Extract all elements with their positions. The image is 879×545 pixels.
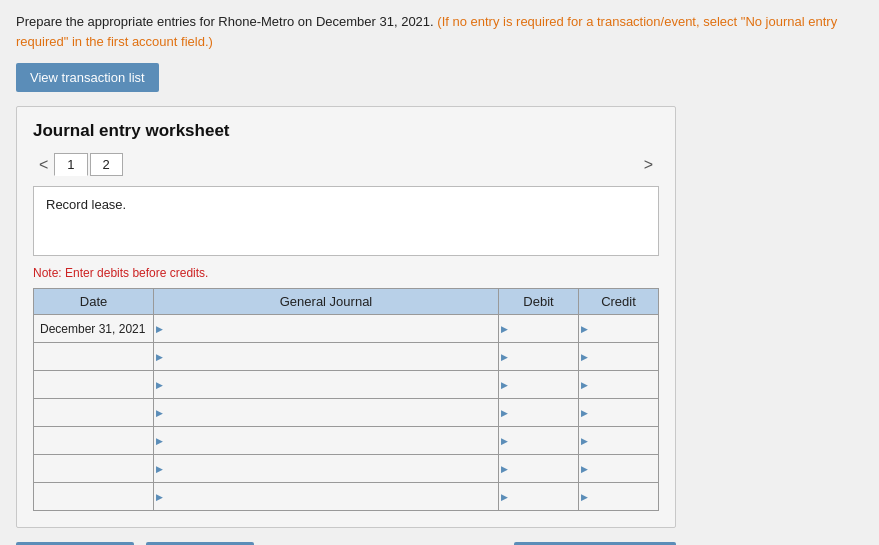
debit-cell-7[interactable]	[499, 483, 579, 511]
table-row	[34, 343, 659, 371]
credit-input-6[interactable]	[579, 455, 658, 482]
debit-input-3[interactable]	[499, 371, 578, 398]
instruction-text: Prepare the appropriate entries for Rhon…	[16, 12, 863, 51]
date-input-3[interactable]	[34, 371, 153, 398]
general-journal-cell-5[interactable]	[154, 427, 499, 455]
date-input-5[interactable]	[34, 427, 153, 454]
first-row-date: December 31, 2021	[34, 320, 151, 338]
date-input-2[interactable]	[34, 343, 153, 370]
date-cell-5[interactable]	[34, 427, 154, 455]
date-cell-3[interactable]	[34, 371, 154, 399]
general-journal-input-7[interactable]	[154, 483, 498, 510]
table-row	[34, 399, 659, 427]
credit-cell-6[interactable]	[579, 455, 659, 483]
date-cell-6[interactable]	[34, 455, 154, 483]
credit-cell-7[interactable]	[579, 483, 659, 511]
general-journal-input-5[interactable]	[154, 427, 498, 454]
general-journal-cell-4[interactable]	[154, 399, 499, 427]
debit-input-1[interactable]	[499, 315, 578, 342]
debit-cell-6[interactable]	[499, 455, 579, 483]
next-arrow[interactable]: >	[638, 154, 659, 176]
general-journal-cell-7[interactable]	[154, 483, 499, 511]
general-journal-input-2[interactable]	[154, 343, 498, 370]
general-journal-cell-3[interactable]	[154, 371, 499, 399]
col-debit: Debit	[499, 289, 579, 315]
prev-arrow[interactable]: <	[33, 154, 54, 176]
date-cell-4[interactable]	[34, 399, 154, 427]
date-input-4[interactable]	[34, 399, 153, 426]
journal-table: Date General Journal Debit Credit Decemb…	[33, 288, 659, 511]
general-journal-cell-6[interactable]	[154, 455, 499, 483]
col-general-journal: General Journal	[154, 289, 499, 315]
debit-input-5[interactable]	[499, 427, 578, 454]
tab-navigation: < 1 2 >	[33, 153, 659, 176]
worksheet-title: Journal entry worksheet	[33, 121, 659, 141]
instruction-main: Prepare the appropriate entries for Rhon…	[16, 14, 437, 29]
table-row	[34, 483, 659, 511]
credit-cell-5[interactable]	[579, 427, 659, 455]
worksheet-container: Journal entry worksheet < 1 2 > Record l…	[16, 106, 676, 528]
debit-input-7[interactable]	[499, 483, 578, 510]
general-journal-cell-2[interactable]	[154, 343, 499, 371]
general-journal-input-4[interactable]	[154, 399, 498, 426]
date-input-6[interactable]	[34, 455, 153, 482]
debit-cell-4[interactable]	[499, 399, 579, 427]
credit-input-5[interactable]	[579, 427, 658, 454]
debit-input-2[interactable]	[499, 343, 578, 370]
tab-1[interactable]: 1	[54, 153, 87, 176]
general-journal-cell-1[interactable]	[154, 315, 499, 343]
tab-2[interactable]: 2	[90, 153, 123, 176]
view-transaction-button[interactable]: View transaction list	[16, 63, 159, 92]
credit-input-3[interactable]	[579, 371, 658, 398]
debit-input-4[interactable]	[499, 399, 578, 426]
date-cell-1: December 31, 2021	[34, 315, 154, 343]
table-row	[34, 427, 659, 455]
debit-cell-2[interactable]	[499, 343, 579, 371]
credit-cell-4[interactable]	[579, 399, 659, 427]
credit-input-2[interactable]	[579, 343, 658, 370]
date-cell-7[interactable]	[34, 483, 154, 511]
table-row	[34, 371, 659, 399]
description-box: Record lease.	[33, 186, 659, 256]
debit-cell-5[interactable]	[499, 427, 579, 455]
debit-cell-3[interactable]	[499, 371, 579, 399]
general-journal-input-3[interactable]	[154, 371, 498, 398]
col-date: Date	[34, 289, 154, 315]
credit-cell-1[interactable]	[579, 315, 659, 343]
credit-input-4[interactable]	[579, 399, 658, 426]
credit-input-1[interactable]	[579, 315, 658, 342]
debit-input-6[interactable]	[499, 455, 578, 482]
table-row	[34, 455, 659, 483]
general-journal-input-6[interactable]	[154, 455, 498, 482]
date-cell-2[interactable]	[34, 343, 154, 371]
note-text: Note: Enter debits before credits.	[33, 266, 659, 280]
debit-cell-1[interactable]	[499, 315, 579, 343]
general-journal-input-1[interactable]	[154, 315, 498, 342]
table-row: December 31, 2021	[34, 315, 659, 343]
col-credit: Credit	[579, 289, 659, 315]
date-input-7[interactable]	[34, 483, 153, 510]
credit-cell-2[interactable]	[579, 343, 659, 371]
credit-cell-3[interactable]	[579, 371, 659, 399]
description-text: Record lease.	[46, 197, 126, 212]
credit-input-7[interactable]	[579, 483, 658, 510]
